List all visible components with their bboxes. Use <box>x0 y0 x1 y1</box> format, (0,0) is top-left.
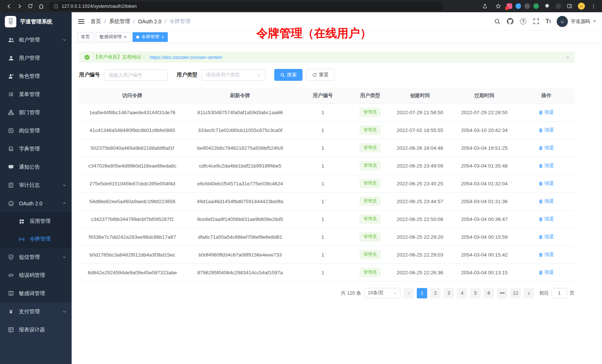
help-button[interactable]: ? <box>520 18 527 25</box>
page-button[interactable]: 5 <box>470 288 481 298</box>
browser-back-button[interactable] <box>4 1 14 11</box>
extensions-button[interactable] <box>542 1 552 11</box>
sidebar-menu-bottom: ¥ 支付管理 报表设计器 <box>0 302 72 364</box>
page-button[interactable]: 3 <box>444 288 454 298</box>
force-logout-button[interactable]: 强退 <box>539 269 554 276</box>
force-logout-button[interactable]: 强退 <box>539 234 554 240</box>
created-cell: 2022-06-25 23:45:25 <box>389 175 451 192</box>
address-bar[interactable]: 127.0.0.1:1024/system/oauth2/token <box>49 2 443 11</box>
alert-close-icon[interactable]: × <box>566 54 569 60</box>
pagination: 共 120 条 10条/页 ‹ 1 2 3 4 5 6 ••• 12 › 前往 … <box>79 288 575 298</box>
book-open-icon <box>8 290 14 297</box>
browser-menu-button[interactable] <box>588 1 598 11</box>
next-page-button[interactable]: › <box>524 288 534 298</box>
sidebar-item-pay[interactable]: ¥ 支付管理 <box>0 302 72 321</box>
browser-actions <box>480 1 598 11</box>
sidebar-item-menu[interactable]: 菜单管理 <box>0 85 72 103</box>
doc-link[interactable]: https://doc.iocoder.cn/user-center/ <box>150 54 222 60</box>
user-type-cell: 管理员 <box>351 228 389 246</box>
sidebar-item-oauth2-app[interactable]: 应用管理 <box>0 212 72 230</box>
sidebar-item-notice[interactable]: 通知公告 <box>0 158 72 176</box>
user-type-select[interactable]: 请选择用户类型 <box>202 69 265 81</box>
force-logout-button[interactable]: 强退 <box>539 145 554 151</box>
browser-reload-button[interactable] <box>25 1 35 11</box>
sidebar-item-role[interactable]: 角色管理 <box>0 67 72 85</box>
extension-dark-icon[interactable] <box>524 3 530 9</box>
extension-blue-icon[interactable] <box>516 3 521 9</box>
sidebar-item-sensitive-word[interactable]: 敏感词管理 <box>0 284 72 302</box>
force-logout-button[interactable]: 强退 <box>539 180 554 187</box>
extension-pink-icon[interactable] <box>507 3 512 9</box>
browser-forward-button[interactable] <box>14 1 24 11</box>
sidebar-item-error-code[interactable]: 错误码管理 <box>0 266 72 284</box>
breadcrumb-oauth2[interactable]: OAuth 2.0 <box>138 19 161 24</box>
close-icon[interactable]: × <box>124 35 127 39</box>
user-id-input[interactable] <box>104 69 168 81</box>
more-pages-button[interactable]: ••• <box>497 288 507 298</box>
user-menu[interactable]: 芋道源码 <box>557 16 596 27</box>
access-token-cell: f9336e7c7dd242a283ee98dc86b17a87 <box>79 228 186 246</box>
force-logout-button[interactable]: 强退 <box>539 251 554 258</box>
force-logout-button[interactable]: 强退 <box>539 127 554 133</box>
page-button[interactable]: 2 <box>430 288 441 298</box>
force-logout-button[interactable]: 强退 <box>539 198 554 205</box>
access-token-cell: c347026e805e4d99b0d116eae66eda8c <box>79 157 186 175</box>
share-button[interactable] <box>480 1 490 11</box>
sidebar-item-user[interactable]: 用户管理 <box>0 49 72 67</box>
page-button[interactable]: 1 <box>417 288 427 298</box>
reset-button[interactable]: 重置 <box>306 69 334 81</box>
close-icon[interactable]: × <box>161 35 164 39</box>
sidebar-item-label: 菜单管理 <box>19 91 40 98</box>
page-button[interactable]: 6 <box>484 288 494 298</box>
goto-page-input[interactable] <box>552 288 567 298</box>
user-type-cell: 管理员 <box>351 103 389 121</box>
browser-profile-avatar[interactable] <box>578 3 585 10</box>
tab-token[interactable]: 令牌管理× <box>132 32 168 42</box>
sidebar-item-audit-log[interactable]: 审计日志 <box>0 176 72 194</box>
user-type-cell: 管理员 <box>351 192 389 210</box>
force-logout-button[interactable]: 强退 <box>539 109 554 116</box>
search-button[interactable]: 搜索 <box>274 69 302 81</box>
sidebar-item-dict[interactable]: 字典管理 <box>0 140 72 158</box>
chevron-down-icon <box>62 255 66 259</box>
header-search-button[interactable] <box>494 18 501 25</box>
sidebar-item-post[interactable]: 岗位管理 <box>0 122 72 140</box>
prev-page-button[interactable]: ‹ <box>403 288 414 298</box>
shield-icon <box>8 254 14 260</box>
delete-icon <box>539 217 543 221</box>
avatar-face-icon <box>559 18 566 25</box>
fullscreen-button[interactable] <box>533 18 540 25</box>
action-cell: 强退 <box>518 192 575 210</box>
delete-icon <box>539 163 543 168</box>
github-button[interactable] <box>507 18 514 25</box>
browser-home-button[interactable] <box>36 1 46 11</box>
bookmark-star-button[interactable] <box>493 1 503 11</box>
app-logo[interactable]: 芋道管理系统 <box>0 12 72 31</box>
breadcrumb-home[interactable]: 首页 <box>91 18 101 25</box>
extension-green-icon[interactable] <box>533 3 539 9</box>
font-size-button[interactable]: TT <box>546 18 551 25</box>
tab-sensitive-word[interactable]: 敏感词管理× <box>96 32 130 42</box>
expires-cell: 2054-03-04 01:35:48 <box>451 157 518 175</box>
menu-list-icon <box>8 91 14 97</box>
page-size-select[interactable]: 10条/页 <box>364 288 400 298</box>
sidebar-item-oauth2[interactable]: OAuth 2.0 <box>0 194 72 212</box>
sidebar-item-dept[interactable]: 部门管理 <box>0 103 72 122</box>
sidebar-item-label: 部门管理 <box>19 109 40 116</box>
tab-home[interactable]: 首页 <box>77 32 94 42</box>
page-button[interactable]: 12 <box>510 288 521 298</box>
delete-icon <box>539 110 543 115</box>
sidebar-item-oauth2-token[interactable]: 令牌管理 <box>0 230 72 248</box>
created-cell: 2022-06-25 22:26:36 <box>389 264 451 281</box>
refresh-token-cell: 811c530487574fa0af1a59d3abc1aa66 <box>186 103 295 121</box>
side-panel-button[interactable] <box>565 1 575 11</box>
extension-moon-icon[interactable] <box>556 3 561 9</box>
force-logout-button[interactable]: 强退 <box>539 162 554 169</box>
sidebar-item-report-designer[interactable]: 报表设计器 <box>0 321 72 339</box>
sidebar-item-sms[interactable]: 短信管理 <box>0 248 72 266</box>
sidebar-item-tenant[interactable]: 租户管理 <box>0 31 72 49</box>
collapse-sidebar-button[interactable] <box>78 18 85 25</box>
page-button[interactable]: 4 <box>457 288 467 298</box>
force-logout-button[interactable]: 强退 <box>539 216 554 222</box>
breadcrumb-system[interactable]: 系统管理 <box>109 18 130 25</box>
